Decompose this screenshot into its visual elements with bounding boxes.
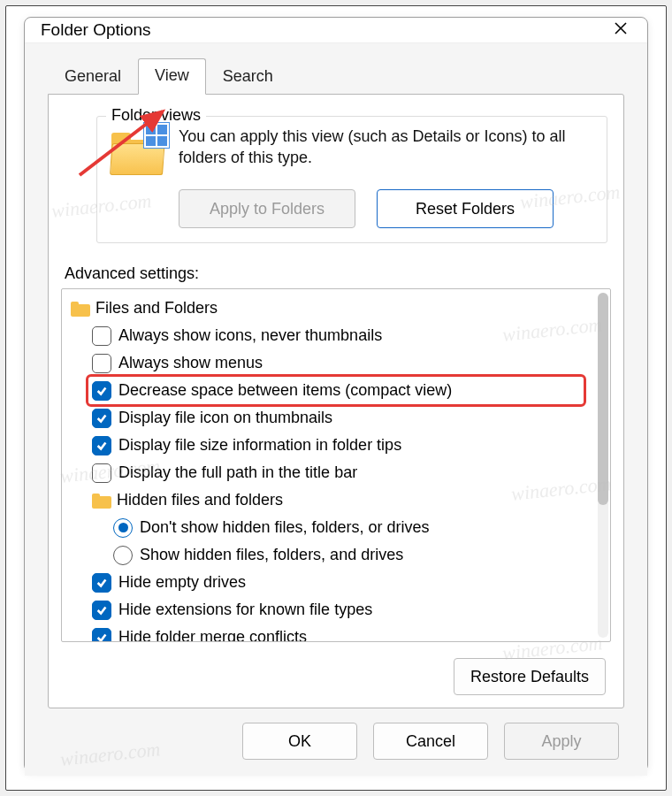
tab-view[interactable]: View: [138, 58, 206, 95]
radio[interactable]: [113, 518, 133, 538]
folder-views-group: Folder views You can apply this view (su…: [96, 116, 607, 243]
tab-general[interactable]: General: [48, 59, 138, 95]
advanced-item-label: Hidden files and folders: [117, 491, 283, 509]
ok-button[interactable]: OK: [242, 723, 357, 760]
advanced-item: Hidden files and folders: [67, 486, 591, 514]
restore-defaults-button[interactable]: Restore Defaults: [454, 658, 606, 695]
checkbox[interactable]: [92, 573, 111, 593]
checkbox[interactable]: [92, 463, 111, 483]
advanced-item-label: Decrease space between items (compact vi…: [118, 381, 452, 400]
advanced-item[interactable]: Always show icons, never thumbnails: [67, 322, 591, 349]
advanced-item-label: Hide folder merge conflicts: [118, 628, 307, 641]
checkbox[interactable]: [92, 381, 111, 401]
checkbox[interactable]: [92, 436, 111, 455]
checkbox[interactable]: [92, 409, 111, 428]
titlebar: Folder Options: [25, 18, 647, 42]
tab-search[interactable]: Search: [206, 59, 290, 95]
cancel-button[interactable]: Cancel: [373, 723, 488, 760]
scrollbar-thumb[interactable]: [598, 293, 608, 505]
advanced-item[interactable]: Hide empty drives: [67, 569, 591, 596]
dialog-body: General View Search Folder views You can…: [25, 42, 647, 776]
close-button[interactable]: [608, 18, 633, 42]
screenshot-frame: Folder Options General View Search Folde…: [5, 5, 667, 791]
tab-page-view: Folder views You can apply this view (su…: [48, 94, 624, 708]
radio[interactable]: [113, 546, 133, 565]
apply-to-folders-button: Apply to Folders: [179, 189, 355, 228]
tabstrip: General View Search: [48, 57, 624, 94]
advanced-settings-tree: Files and FoldersAlways show icons, neve…: [67, 295, 591, 641]
checkbox[interactable]: [92, 628, 111, 642]
checkbox[interactable]: [92, 326, 111, 346]
advanced-item-label: Show hidden files, folders, and drives: [140, 546, 403, 564]
advanced-item[interactable]: Don't show hidden files, folders, or dri…: [67, 514, 591, 541]
advanced-item[interactable]: Display file icon on thumbnails: [67, 404, 591, 432]
checkbox[interactable]: [92, 354, 111, 373]
dialog-action-row: OK Cancel Apply: [48, 723, 624, 760]
advanced-settings-label: Advanced settings:: [65, 264, 611, 283]
folder-views-description: You can apply this view (such as Details…: [179, 126, 594, 169]
advanced-item-label: Always show icons, never thumbnails: [118, 326, 382, 345]
advanced-item-label: Don't show hidden files, folders, or dri…: [140, 518, 430, 537]
advanced-item[interactable]: Decrease space between items (compact vi…: [67, 377, 591, 404]
advanced-item[interactable]: Show hidden files, folders, and drives: [67, 541, 591, 569]
advanced-item[interactable]: Hide extensions for known file types: [67, 596, 591, 624]
advanced-settings-listbox[interactable]: Files and FoldersAlways show icons, neve…: [61, 288, 611, 642]
folder-options-dialog: Folder Options General View Search Folde…: [24, 17, 648, 772]
advanced-item[interactable]: Hide folder merge conflicts: [67, 624, 591, 641]
close-icon: [614, 21, 628, 39]
advanced-item[interactable]: Always show menus: [67, 349, 591, 377]
window-title: Folder Options: [41, 20, 151, 40]
advanced-item-label: Display file icon on thumbnails: [118, 409, 332, 427]
checkbox[interactable]: [92, 601, 111, 620]
advanced-item[interactable]: Display file size information in folder …: [67, 432, 591, 459]
folder-icon: [71, 301, 90, 317]
advanced-item-label: Always show menus: [118, 354, 263, 372]
reset-folders-button[interactable]: Reset Folders: [377, 189, 554, 228]
advanced-item[interactable]: Display the full path in the title bar: [67, 459, 591, 486]
folder-views-icon: [110, 126, 166, 175]
advanced-settings-viewport: Files and FoldersAlways show icons, neve…: [62, 289, 594, 641]
advanced-item-label: Hide extensions for known file types: [118, 601, 372, 619]
advanced-item-label: Hide empty drives: [118, 573, 246, 592]
apply-button: Apply: [504, 723, 619, 760]
advanced-item-label: Files and Folders: [95, 299, 218, 318]
advanced-item-label: Display file size information in folder …: [118, 436, 401, 455]
folder-icon: [92, 493, 111, 509]
advanced-item: Files and Folders: [67, 295, 591, 322]
advanced-item-label: Display the full path in the title bar: [118, 463, 357, 482]
